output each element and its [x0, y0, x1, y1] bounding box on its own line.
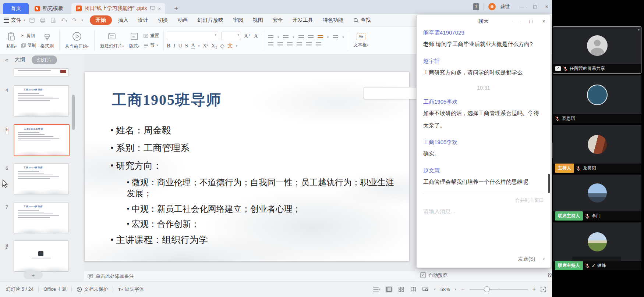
zoom-slider[interactable] [470, 289, 528, 290]
zoom-in-button[interactable]: + [532, 286, 536, 293]
clear-format-button[interactable]: ◇ [220, 43, 224, 49]
tab-home[interactable]: 首页 [3, 3, 29, 14]
participant-tile-1[interactable]: 赛思琪 [553, 75, 641, 123]
add-slide-button[interactable]: + [24, 271, 43, 279]
textbox-button[interactable]: A≡ 文本框▾ [351, 33, 371, 48]
slideshow-view-button[interactable] [422, 286, 429, 293]
slide[interactable]: 工商1905班导师 姓名：周金毅系别：工商管理系研究方向：微观：商业伦理；不道德… [85, 72, 409, 261]
play-from-current-button[interactable]: 从当前开始▾ [63, 31, 92, 50]
chat-message-list[interactable]: 阚亭霏41907029老师 请问学工商毕业后就业大概是什么方向?赵宇轩工商研究方… [417, 27, 551, 251]
numbered-list-icon[interactable] [283, 35, 289, 39]
menu-tab-10[interactable]: 特色功能 [318, 15, 348, 25]
participant-tile-4[interactable]: 联席主持人✓健峰 [553, 222, 641, 270]
bold-button[interactable]: B [167, 43, 170, 49]
undo-icon[interactable]: ↶▾ [61, 17, 67, 24]
slide-sorter-view-button[interactable] [397, 286, 405, 293]
participant-tile-2[interactable]: 主持人龙誉阳 [553, 125, 641, 173]
chat-titlebar[interactable]: 聊天 — □ × [417, 15, 551, 27]
menu-tab-9[interactable]: 开发工具 [288, 15, 318, 25]
save-icon[interactable] [29, 17, 35, 23]
slide-thumbnail-7[interactable]: 工商1905班导师 [14, 202, 69, 233]
slide-thumbnail-6[interactable]: 工商1905班导师 [14, 163, 69, 194]
file-menu[interactable]: 文件 ▾ [4, 17, 25, 24]
align-left-icon[interactable] [268, 42, 273, 46]
strikethrough-button[interactable]: S [185, 43, 188, 49]
text-direction-icon[interactable] [318, 35, 323, 39]
tab-document[interactable]: P 团日“线上学习我能行” .pptx × [71, 3, 165, 14]
missing-fonts-status[interactable]: T? 缺失字体 [118, 286, 144, 293]
font-name-select[interactable] [167, 32, 218, 40]
section-button[interactable]: 节▾ [144, 42, 159, 49]
menu-tab-2[interactable]: 设计 [133, 15, 153, 25]
paste-button[interactable]: 粘贴▾ [4, 32, 20, 49]
menu-tab-6[interactable]: 审阅 [228, 15, 248, 25]
theme-name[interactable]: Office 主题 [43, 286, 67, 293]
bullet-list-icon[interactable] [268, 35, 273, 39]
redo-icon[interactable]: ↷ [72, 17, 77, 24]
print-preview-icon[interactable] [50, 17, 56, 23]
menu-tab-0[interactable]: 开始 [90, 15, 112, 25]
copy-button[interactable]: 复制 [21, 42, 36, 49]
format-painter-button[interactable]: 格式刷 [38, 32, 56, 49]
close-window-button[interactable]: × [545, 4, 548, 10]
chat-minimize-button[interactable]: — [514, 18, 519, 24]
justify-icon[interactable] [297, 42, 302, 46]
send-options-caret[interactable]: ▾ [543, 257, 545, 261]
italic-button[interactable]: I [173, 43, 175, 49]
slide-thumbnail-8[interactable] [14, 240, 69, 272]
chat-input[interactable]: 请输入消息... [423, 208, 544, 215]
tab-outline[interactable]: 大纲 [15, 57, 25, 63]
superscript-button[interactable]: X² [203, 43, 208, 49]
zoom-out-button[interactable]: − [461, 286, 464, 293]
align-center-icon[interactable] [277, 42, 283, 46]
new-tab-button[interactable]: + [171, 4, 181, 14]
merge-to-main-link[interactable]: 合并到主窗口 [423, 197, 544, 204]
chat-scrollbar[interactable] [548, 174, 550, 193]
status-text-icon[interactable]: ▾ [373, 286, 381, 293]
menu-tab-3[interactable]: 切换 [153, 15, 173, 25]
zoom-level[interactable]: 58% [440, 287, 450, 292]
chat-close-button[interactable]: × [542, 18, 545, 24]
underline-button[interactable]: U [178, 43, 182, 49]
phonetic-guide-button[interactable]: 文 [227, 42, 233, 49]
present-screen-icon[interactable] [150, 6, 155, 11]
tab-template-store[interactable]: 稻壳模板 [29, 3, 69, 14]
subscript-button[interactable]: X₂ [211, 43, 217, 49]
account-avatar[interactable] [488, 3, 496, 10]
collapse-sidebar-icon[interactable]: « [5, 57, 8, 63]
customize-toolbar-icon[interactable]: ▾ [81, 18, 83, 22]
task-pane-search-box[interactable] [364, 87, 417, 99]
auto-preview-checkbox[interactable]: ✓ [420, 272, 426, 278]
font-size-select[interactable] [221, 32, 241, 40]
slide-thumbnail-4[interactable]: 工商1905班导师 [14, 85, 69, 117]
menu-tab-7[interactable]: 视图 [248, 15, 268, 25]
slide-body-text[interactable]: 姓名：周金毅系别：工商管理系研究方向：微观：商业伦理；不道德行为；自我同一性；员… [110, 124, 401, 251]
protection-status[interactable]: 文档未保护 [77, 286, 108, 293]
distribute-icon[interactable] [306, 42, 312, 46]
columns-icon[interactable] [316, 42, 321, 46]
tab-slides[interactable]: 幻灯片 [32, 56, 57, 64]
find-button[interactable]: 查找 [353, 17, 371, 24]
decrease-indent-icon[interactable] [298, 35, 304, 39]
slide-thumbnail-partial[interactable] [14, 68, 69, 76]
notes-bar[interactable]: 单击此处添加备注 [84, 271, 419, 281]
minimize-window-button[interactable]: — [519, 4, 524, 10]
grow-font-button[interactable]: A⁺ [244, 33, 251, 39]
restore-window-button[interactable]: □ [533, 4, 536, 10]
participant-tile-3[interactable]: 联席主持人李门 [553, 175, 641, 221]
increase-indent-icon[interactable] [308, 35, 314, 39]
zoom-level-caret[interactable]: ▾ [455, 287, 457, 291]
reset-button[interactable]: 重置 [144, 33, 159, 39]
slide-thumbnail-5[interactable]: 工商1905班导师 [14, 124, 70, 156]
participant-tile-0[interactable]: 任茜茜的屏幕共享 [553, 26, 641, 74]
layout-button[interactable]: 版式▾ [127, 32, 142, 49]
zoom-slider-knob[interactable] [484, 286, 490, 292]
font-color-button[interactable]: A [191, 43, 195, 49]
send-button[interactable]: 发送(S) [518, 256, 535, 262]
fit-to-window-icon[interactable] [541, 287, 546, 292]
menu-tab-4[interactable]: 动画 [173, 15, 193, 25]
cut-button[interactable]: ✂剪切 [21, 33, 36, 39]
sidebar-scrollbar[interactable] [72, 95, 75, 130]
menu-tab-1[interactable]: 插入 [113, 15, 133, 25]
slide-title[interactable]: 工商1905班导师 [112, 90, 222, 110]
